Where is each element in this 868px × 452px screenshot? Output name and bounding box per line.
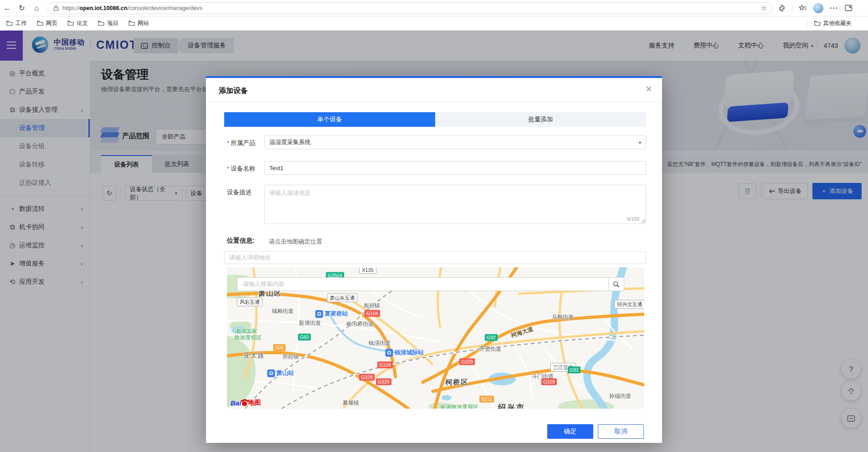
address-input[interactable]: 请输入详细地址 xyxy=(224,251,646,264)
browser-profile-avatar[interactable] xyxy=(813,3,823,13)
my-space-menu[interactable]: 我的空间 ▾ xyxy=(783,42,813,50)
service-breadcrumb[interactable]: 设备管理服务 xyxy=(176,38,234,53)
extensions-icon[interactable] xyxy=(778,5,786,12)
other-favorites[interactable]: 其他收藏夹 xyxy=(807,20,852,27)
refresh-button[interactable]: ↻ xyxy=(103,186,116,201)
sidebar-item-icon: ⧉ xyxy=(5,106,19,114)
modal-tab[interactable]: 批量添加 xyxy=(435,112,646,127)
favorites-bar-icon[interactable] xyxy=(799,5,807,12)
feedback-floating-button[interactable] xyxy=(842,409,861,428)
app-header: 中国移动 China Mobile CMIOT 控制台 设备管理服务 服务支持费… xyxy=(0,31,868,61)
folder-icon xyxy=(128,21,135,26)
header-nav-item[interactable]: 文档中心 xyxy=(738,42,764,50)
sidebar-item-icon: ◷ xyxy=(5,241,19,249)
chevron-down-icon: ▾ xyxy=(811,43,813,48)
home-icon[interactable]: ⌂ xyxy=(29,4,44,12)
sidebar-item[interactable]: ◷ 运维监控 ∨ xyxy=(0,236,90,255)
chevron-icon: ∨ xyxy=(80,261,83,266)
modal-title: 添加设备 xyxy=(219,86,248,96)
delete-button[interactable] xyxy=(739,183,756,199)
sidebar: ◎ 平台概览 ⬡ 产品开发 ⧉ 设备接入管理 ∧ 设备管理 设备分组 设备转移 … xyxy=(0,61,90,452)
close-icon[interactable]: × xyxy=(646,83,652,94)
sidebar-item-label: 产品开发 xyxy=(19,88,83,96)
sidebar-item[interactable]: 设备转移 xyxy=(0,156,90,174)
bookmark-item[interactable]: 工作 xyxy=(6,20,27,27)
cancel-button[interactable]: 取消 xyxy=(598,424,644,439)
sidebar-item[interactable]: 设备分组 xyxy=(0,137,90,156)
sidebar-item-label: 泛协议接入 xyxy=(19,179,83,187)
tab-device-list[interactable]: 设备列表 xyxy=(101,155,152,173)
export-icon xyxy=(769,188,775,194)
resize-grip-icon[interactable] xyxy=(641,219,645,223)
browser-menu-icon[interactable]: ··· xyxy=(830,4,838,12)
sidebar-item[interactable]: ◔ 数据流转 ∨ xyxy=(0,200,90,218)
device-description-textarea[interactable]: 请输入描述信息 0/100 xyxy=(264,185,646,224)
lock-icon xyxy=(53,5,59,11)
chevron-icon: ∨ xyxy=(80,280,83,285)
cmiot-logo: CMIOT xyxy=(96,38,138,52)
search-icon xyxy=(613,281,620,288)
browser-chrome: ← ↻ ⌂ https://open.iot.10086.cn/console/… xyxy=(0,0,868,16)
sidebar-item-label: 设备管理 xyxy=(19,124,83,132)
map-search-input[interactable]: 请输入搜索内容 xyxy=(237,277,609,291)
url-text: https://open.iot.10086.cn/console/device… xyxy=(62,5,202,11)
page-subtitle: 物理设备要连接到平台，需要先在平台创建 xyxy=(101,85,214,94)
back-icon[interactable]: ← xyxy=(0,4,15,12)
message-count[interactable]: 4743 xyxy=(824,42,838,49)
tab-batch-list[interactable]: 批次列表 xyxy=(152,155,202,173)
folder-icon xyxy=(98,21,104,26)
sidebar-item[interactable]: ➤ 增值服务 ∨ xyxy=(0,255,90,273)
device-status-filter[interactable]: 设备状态（全部） ▾ xyxy=(125,186,182,201)
bookmark-item[interactable]: 网页 xyxy=(37,20,57,27)
name-field-label: *设备名称 xyxy=(227,165,265,173)
folder-icon xyxy=(814,21,821,26)
brand-en: China Mobile xyxy=(54,47,85,51)
message-icon xyxy=(847,415,855,422)
baidu-paw-icon xyxy=(242,401,247,406)
baidu-map[interactable]: 萧山区柯桥区绍兴市X135风彩互通萧山东互通绍兴北互通三江立交衙前镇城厢街道新塘… xyxy=(227,267,644,409)
header-nav-item[interactable]: 服务支持 xyxy=(649,42,674,50)
folder-icon xyxy=(37,21,43,26)
chevron-icon: ∧ xyxy=(80,108,83,113)
hamburger-menu-button[interactable] xyxy=(0,31,23,61)
sidebar-item-icon: ➤ xyxy=(5,260,19,268)
sidebar-item[interactable]: ⟲ 应用开发 ∨ xyxy=(0,273,90,291)
chevron-down-icon: ▾ xyxy=(639,140,641,145)
confirm-button[interactable]: 确定 xyxy=(547,424,593,439)
header-nav-item[interactable]: 费用中心 xyxy=(693,42,719,50)
sidebar-panel-icon[interactable] xyxy=(845,5,853,11)
sidebar-item-label: 机卡协同 xyxy=(19,223,80,231)
banner-illustration-box xyxy=(805,73,868,120)
map-search-button[interactable] xyxy=(609,277,624,291)
add-device-button[interactable]: ＋ 添加设备 xyxy=(812,183,862,199)
bookmarks-bar: 工作 网页 论文 项目 网站 xyxy=(0,16,868,31)
address-bar[interactable]: https://open.iot.10086.cn/console/device… xyxy=(47,2,773,14)
sidebar-item[interactable]: ⧉ 设备接入管理 ∧ xyxy=(0,101,90,119)
banner-illustration-device xyxy=(721,69,801,137)
product-field-label: *所属产品 xyxy=(227,139,265,147)
sidebar-item[interactable]: ⬡ 产品开发 xyxy=(0,83,90,101)
modal-tab[interactable]: 单个设备 xyxy=(224,112,435,127)
sidebar-item[interactable]: 设备管理 xyxy=(0,119,90,137)
sidebar-item-icon: ⧉ xyxy=(5,223,19,231)
sidebar-item[interactable]: 泛协议接入 xyxy=(0,174,90,192)
refresh-icon[interactable]: ↻ xyxy=(15,4,29,12)
sidebar-item-label: 平台概览 xyxy=(19,69,83,78)
console-breadcrumb[interactable]: 控制台 xyxy=(134,38,178,53)
user-avatar[interactable] xyxy=(844,37,861,54)
sidebar-item-icon: ◔ xyxy=(5,205,19,213)
trash-icon xyxy=(744,187,751,195)
favorite-star-icon[interactable]: ☆ xyxy=(761,4,767,12)
device-id-note: 若您无“NB”套件、MQTT套件的存量设备，则新增设备后，列表不再展示“设备ID… xyxy=(667,161,862,168)
help-floating-button[interactable]: ？ xyxy=(842,359,861,379)
sidebar-item[interactable]: ⧉ 机卡协同 ∨ xyxy=(0,218,90,236)
customer-service-floating-button[interactable] xyxy=(842,381,861,400)
sidebar-item[interactable]: ◎ 平台概览 xyxy=(0,64,90,83)
device-name-input[interactable]: Test1 xyxy=(264,161,646,175)
bookmark-item[interactable]: 项目 xyxy=(98,20,118,27)
product-select[interactable]: 温湿度采集系统 ▾ xyxy=(264,135,646,149)
bookmark-item[interactable]: 论文 xyxy=(67,20,88,27)
bookmark-item[interactable]: 网站 xyxy=(128,20,149,27)
export-devices-button[interactable]: 导出设备 xyxy=(762,183,808,199)
sidebar-item-icon: ◎ xyxy=(5,69,19,78)
